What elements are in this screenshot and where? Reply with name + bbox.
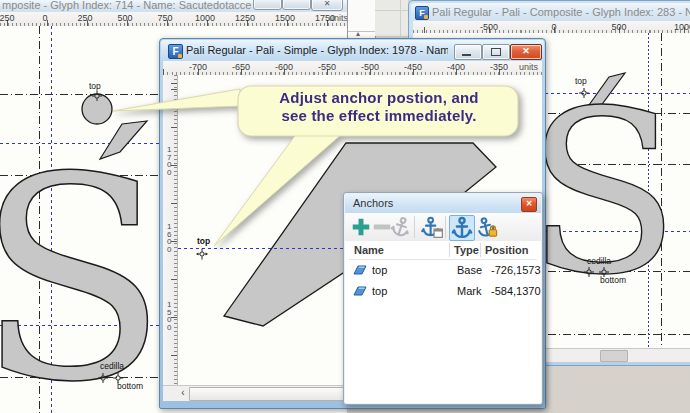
anchors-list: Name Type Position top Base -726,1573 bbox=[345, 241, 541, 403]
lock-anchors-button[interactable] bbox=[476, 215, 498, 239]
window-title: Pali Regular - Pali - Composite - Glyph … bbox=[432, 6, 690, 18]
maximize-button[interactable] bbox=[482, 44, 510, 60]
toolbar-separator bbox=[445, 216, 446, 238]
ruler-label: -350 bbox=[490, 62, 508, 72]
scroll-up-icon[interactable]: ▴ bbox=[356, 29, 360, 38]
app-icon: F bbox=[168, 44, 183, 59]
minimize-button[interactable] bbox=[454, 44, 482, 60]
fontcreator-workspace: mposite - Glyph Index: 714 - Name: Sacut… bbox=[0, 0, 690, 413]
close-button[interactable]: ✕ bbox=[510, 44, 542, 60]
anchor-label-cedilla: cedilla bbox=[100, 362, 124, 371]
ruler-label: 1250 bbox=[235, 13, 255, 23]
add-anchor-button[interactable] bbox=[350, 215, 372, 239]
anchor-row[interactable]: top Mark -584,1370 bbox=[345, 281, 541, 302]
anchor-type: Mark bbox=[457, 285, 481, 297]
window-title-bar[interactable]: F Pali Regular - Pali - Composite - Glyp… bbox=[411, 3, 690, 21]
ruler-label: 0 bbox=[42, 13, 47, 23]
ruler-label-vertical: 1500 bbox=[167, 301, 173, 331]
ruler-horizontal: units 25002505007501000125015001750 bbox=[0, 12, 347, 27]
anchor-label-bottom: bottom bbox=[117, 382, 143, 391]
anchor-label-top: top bbox=[89, 82, 101, 91]
ruler-label: -700 bbox=[189, 62, 207, 72]
window-title-bar[interactable]: F Pali Regular - Pali - Simple - Glyph I… bbox=[161, 40, 544, 61]
ruler-label: 250 bbox=[0, 13, 15, 23]
close-icon: ✕ bbox=[522, 198, 536, 210]
ruler-label: 250 bbox=[77, 13, 92, 23]
ruler-label: -400 bbox=[447, 62, 465, 72]
anchor-row[interactable]: top Base -726,1573 bbox=[345, 260, 541, 281]
maximize-button[interactable] bbox=[282, 0, 311, 10]
ruler-label: 500 bbox=[611, 22, 626, 32]
anchor-cursor-marker[interactable] bbox=[195, 247, 209, 261]
column-header-position[interactable]: Position bbox=[485, 244, 528, 256]
show-base-anchors-button[interactable] bbox=[421, 215, 443, 239]
ruler-label: 1500 bbox=[275, 13, 295, 23]
ruler-label: -550 bbox=[318, 62, 336, 72]
minimize-button[interactable] bbox=[253, 0, 282, 10]
ruler-label: 500 bbox=[117, 13, 132, 23]
anchor-label-cedilla: cedilla bbox=[587, 257, 611, 266]
ruler-horizontal: units -700-650-600-550-500-450-400-350 bbox=[163, 61, 542, 76]
ruler-label: 1750 bbox=[315, 13, 335, 23]
ruler-vertical: 170016001500 bbox=[163, 75, 178, 385]
dialog-close-button[interactable]: ✕ bbox=[521, 197, 537, 212]
dialog-title-bar[interactable]: Anchors ✕ bbox=[345, 194, 541, 214]
anchor-name-icon bbox=[353, 285, 367, 297]
ruler-label: -500 bbox=[480, 22, 498, 32]
scrollbar-thumb[interactable] bbox=[189, 387, 349, 401]
close-button[interactable]: ✕ bbox=[311, 0, 343, 11]
anchor-position: -584,1370 bbox=[491, 285, 541, 297]
ruler-label: 1000 bbox=[674, 22, 690, 32]
panel-divider-v bbox=[400, 0, 401, 36]
show-anchors-button[interactable] bbox=[449, 215, 475, 241]
column-header-type[interactable]: Type bbox=[454, 244, 479, 256]
vertical-scrollbar-strip[interactable]: ▴ bbox=[347, 0, 376, 40]
close-icon: ✕ bbox=[511, 45, 541, 58]
app-icon-pen bbox=[424, 15, 428, 19]
ruler-label-vertical: 1600 bbox=[167, 223, 173, 253]
dialog-title: Anchors bbox=[353, 197, 393, 209]
app-icon: F bbox=[415, 6, 429, 20]
anchor-label-top: top bbox=[197, 237, 210, 246]
anchors-toolbar bbox=[345, 213, 541, 242]
anchor-name-icon bbox=[353, 264, 367, 276]
scrollbar-thumb[interactable] bbox=[600, 350, 628, 362]
column-separator[interactable] bbox=[480, 243, 481, 257]
anchors-dialog: Anchors ✕ bbox=[343, 192, 543, 405]
ruler-label-vertical: 1700 bbox=[167, 146, 173, 176]
background-panel bbox=[375, 0, 408, 36]
ruler-label: -650 bbox=[232, 62, 250, 72]
ruler-label: 0 bbox=[551, 22, 556, 32]
anchor-type: Base bbox=[457, 264, 482, 276]
ruler-label: -450 bbox=[404, 62, 422, 72]
glyph-letter: S bbox=[0, 117, 168, 413]
ruler-label: 750 bbox=[157, 13, 172, 23]
divider bbox=[348, 31, 375, 32]
ruler-label: -500 bbox=[361, 62, 379, 72]
scroll-left-icon[interactable]: ‹ bbox=[177, 386, 189, 401]
anchor-label-top: top bbox=[575, 77, 587, 86]
anchor-label-bottom: bottom bbox=[600, 276, 626, 285]
anchor-name: top bbox=[372, 264, 387, 276]
anchor-disabled-button[interactable] bbox=[390, 215, 412, 239]
column-header-name[interactable]: Name bbox=[354, 244, 384, 256]
anchor-position: -726,1573 bbox=[491, 264, 541, 276]
ruler-label: -600 bbox=[275, 62, 293, 72]
anchor-name: top bbox=[372, 285, 387, 297]
app-icon-pen bbox=[178, 54, 182, 58]
column-separator[interactable] bbox=[449, 243, 450, 257]
window-title: mposite - Glyph Index: 714 - Name: Sacut… bbox=[2, 0, 252, 11]
panel-divider-h bbox=[375, 10, 408, 11]
window-title: Pali Regular - Pali - Simple - Glyph Ind… bbox=[186, 44, 448, 56]
toolbar-separator bbox=[414, 216, 415, 238]
ruler-label: 1000 bbox=[195, 13, 215, 23]
